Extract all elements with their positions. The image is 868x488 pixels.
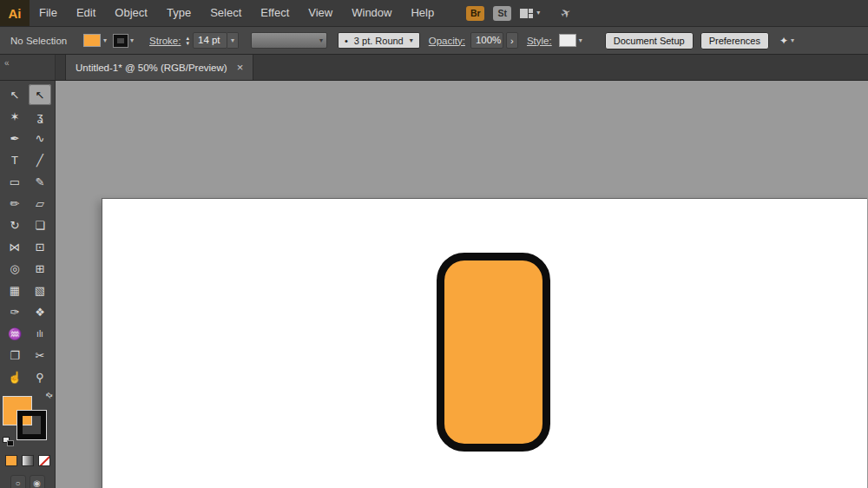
style-dropdown[interactable]: ▾ <box>557 34 582 47</box>
rectangle-tool[interactable]: ▭ <box>3 171 26 192</box>
fill-swatch <box>83 34 101 47</box>
line-segment-tool-icon: ╱ <box>36 154 43 167</box>
menu-object[interactable]: Object <box>105 0 157 26</box>
style-swatch <box>559 34 576 47</box>
eyedropper-tool-icon: ✑ <box>10 306 20 319</box>
zoom-tool[interactable]: ⚲ <box>29 366 51 387</box>
free-transform-tool[interactable]: ⊡ <box>29 236 51 257</box>
blend-tool[interactable]: ❖ <box>29 301 51 322</box>
fill-color-control[interactable]: ▾ <box>83 34 107 47</box>
artboard[interactable] <box>102 198 867 488</box>
draw-mode-buttons: ○ ◉ <box>10 475 45 488</box>
menu-window[interactable]: Window <box>342 0 401 26</box>
menu-help[interactable]: Help <box>401 0 444 26</box>
opacity-input[interactable]: 100% <box>470 32 503 49</box>
chevron-down-icon: ▾ <box>410 37 413 44</box>
stock-button[interactable]: St <box>493 6 511 21</box>
opacity-panel-arrow[interactable]: › <box>506 32 518 49</box>
type-tool[interactable]: T <box>3 149 26 170</box>
stroke-label[interactable]: Stroke: <box>149 36 181 46</box>
stroke-weight-input[interactable]: 14 pt <box>193 32 227 49</box>
chevron-down-icon: ▾ <box>791 37 794 44</box>
perspective-grid-tool[interactable]: ⊞ <box>29 258 51 279</box>
gradient-tool[interactable]: ▧ <box>29 280 51 300</box>
fill-stroke-control: ⇄ <box>3 394 53 445</box>
symbol-sprayer-tool[interactable]: ♒ <box>3 323 26 344</box>
slice-tool-icon: ✂ <box>36 349 45 362</box>
tools-panel: ↖ ↖ ✶ ʓ ✒ ∿ T ╱ ▭ ✎ ✏ ▱ ↻ ❏ ⋈ ⊡ ◎ ⊞ ▦ ▧ <box>0 81 56 488</box>
hand-tool-icon: ☝ <box>8 371 22 384</box>
menu-items: File Edit Object Type Select Effect View… <box>30 0 444 26</box>
select-similar-control[interactable]: ✦ ▾ <box>779 35 794 47</box>
menu-type[interactable]: Type <box>157 0 201 26</box>
paintbrush-tool[interactable]: ✎ <box>29 171 51 192</box>
shape-builder-tool-icon: ◎ <box>10 262 19 275</box>
mesh-tool[interactable]: ▦ <box>3 280 26 300</box>
preferences-button[interactable]: Preferences <box>700 32 769 49</box>
menu-select[interactable]: Select <box>201 0 251 26</box>
curvature-tool[interactable]: ∿ <box>29 128 51 148</box>
draw-behind-button[interactable]: ◉ <box>30 475 45 488</box>
selection-tool[interactable]: ↖ <box>3 84 26 105</box>
pen-tool[interactable]: ✒ <box>3 128 26 148</box>
pencil-tool[interactable]: ✏ <box>3 193 26 214</box>
brush-definition-dropdown[interactable]: ▾ <box>251 32 327 49</box>
menu-edit[interactable]: Edit <box>67 0 105 26</box>
menu-effect[interactable]: Effect <box>251 0 299 26</box>
mesh-tool-icon: ▦ <box>10 284 20 297</box>
swap-fill-stroke-icon[interactable]: ⇄ <box>44 390 55 400</box>
rounded-rectangle-shape[interactable] <box>437 253 550 452</box>
app-logo: Ai <box>0 0 30 26</box>
rectangle-tool-icon: ▭ <box>10 175 20 188</box>
eraser-tool[interactable]: ▱ <box>29 193 51 214</box>
document-tab[interactable]: Untitled-1* @ 50% (RGB/Preview) × <box>65 55 253 80</box>
color-button[interactable] <box>5 455 17 466</box>
menu-file[interactable]: File <box>30 0 67 26</box>
menu-view[interactable]: View <box>299 0 342 26</box>
stroke-color-control[interactable]: ▾ <box>114 35 134 47</box>
lasso-tool[interactable]: ʓ <box>29 106 51 127</box>
canvas[interactable] <box>56 81 868 488</box>
line-segment-tool[interactable]: ╱ <box>29 149 51 170</box>
stroke-weight-stepper[interactable]: ▴ ▾ <box>186 36 189 46</box>
direct-selection-tool[interactable]: ↖ <box>29 84 51 105</box>
default-fill-stroke-icon[interactable] <box>3 437 14 446</box>
stroke-weight-dropdown[interactable]: ▾ <box>227 32 239 49</box>
magic-wand-tool[interactable]: ✶ <box>3 106 26 127</box>
control-bar: No Selection ▾ ▾ Stroke: ▴ ▾ 14 pt ▾ ▾ •… <box>0 26 868 55</box>
profile-bullet-icon: • <box>345 36 348 46</box>
curvature-tool-icon: ∿ <box>36 132 45 145</box>
tab-close-icon[interactable]: × <box>237 62 244 73</box>
gradient-tool-icon: ▧ <box>35 284 45 297</box>
draw-normal-button[interactable]: ○ <box>10 475 26 488</box>
arrange-documents-button[interactable]: ▾ <box>520 9 540 18</box>
scale-tool[interactable]: ❏ <box>29 214 51 235</box>
column-graph-tool[interactable]: ılı <box>29 323 51 344</box>
slice-tool[interactable]: ✂ <box>29 345 51 366</box>
bridge-button[interactable]: Br <box>466 6 484 21</box>
width-tool[interactable]: ⋈ <box>3 236 26 257</box>
scale-tool-icon: ❏ <box>35 219 45 232</box>
artboard-tool-icon: ❐ <box>10 349 20 362</box>
panel-collapse-button[interactable]: « <box>0 55 56 80</box>
rotate-tool[interactable]: ↻ <box>3 214 26 235</box>
width-tool-icon: ⋈ <box>10 241 21 254</box>
stroke-proxy[interactable] <box>17 411 46 439</box>
pen-tool-icon: ✒ <box>10 132 20 145</box>
none-button[interactable] <box>38 455 50 466</box>
gpu-performance-icon[interactable]: ✈ <box>558 4 574 22</box>
variable-width-profile-dropdown[interactable]: • 3 pt. Round ▾ <box>338 32 420 49</box>
gradient-button[interactable] <box>22 455 34 466</box>
stepper-down-icon[interactable]: ▾ <box>186 41 189 46</box>
document-setup-button[interactable]: Document Setup <box>605 32 694 49</box>
eyedropper-tool[interactable]: ✑ <box>3 301 26 322</box>
artboard-tool[interactable]: ❐ <box>3 345 26 366</box>
perspective-grid-tool-icon: ⊞ <box>36 262 45 275</box>
chevron-down-icon: ▾ <box>130 37 134 44</box>
style-label[interactable]: Style: <box>527 36 552 46</box>
profile-value: 3 pt. Round <box>354 36 404 46</box>
hand-tool[interactable]: ☝ <box>3 366 26 387</box>
symbol-sprayer-tool-icon: ♒ <box>8 327 22 340</box>
shape-builder-tool[interactable]: ◎ <box>3 258 26 279</box>
opacity-label[interactable]: Opacity: <box>429 36 465 46</box>
